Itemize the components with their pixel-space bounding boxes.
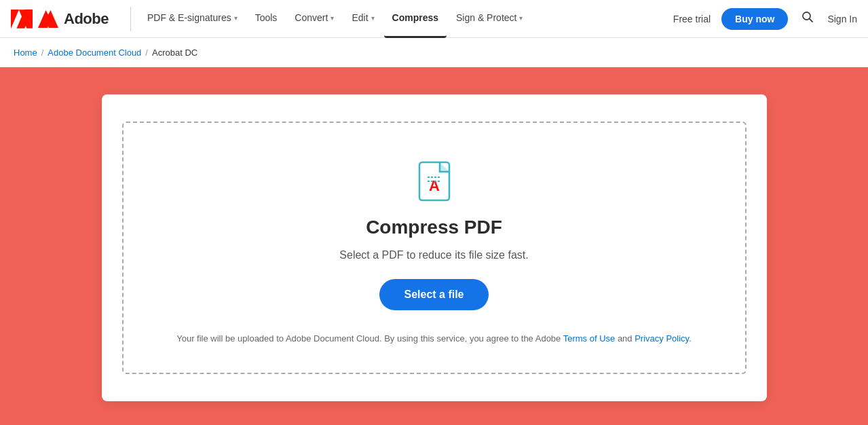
adobe-logo-svg bbox=[38, 10, 58, 28]
nav-tools[interactable]: Tools bbox=[247, 0, 286, 38]
breadcrumb-sep-2: / bbox=[145, 48, 148, 58]
search-icon-button[interactable] bbox=[799, 8, 816, 29]
breadcrumb-document-cloud[interactable]: Adobe Document Cloud bbox=[48, 48, 141, 58]
adobe-logo[interactable]: Adobe bbox=[11, 8, 109, 30]
compress-subtitle: Select a PDF to reduce its file size fas… bbox=[339, 249, 528, 261]
compress-title: Compress PDF bbox=[366, 217, 502, 238]
nav-items: PDF & E-signatures ▾ Tools Convert ▾ Edi… bbox=[139, 0, 673, 38]
adobe-wordmark: Adobe bbox=[64, 10, 109, 28]
svg-text:A: A bbox=[429, 177, 440, 194]
pdf-compress-icon: A bbox=[410, 157, 459, 206]
select-file-button[interactable]: Select a file bbox=[379, 279, 488, 310]
nav-right: Free trial Buy now Sign In bbox=[673, 8, 857, 30]
chevron-down-icon: ▾ bbox=[234, 14, 238, 22]
nav-convert[interactable]: Convert ▾ bbox=[286, 0, 342, 38]
search-icon bbox=[801, 11, 814, 23]
chevron-down-icon: ▾ bbox=[331, 14, 334, 22]
privacy-policy-link[interactable]: Privacy Policy bbox=[635, 333, 689, 344]
hero-card: A Compress PDF Select a PDF to reduce it… bbox=[102, 94, 767, 401]
nav-edit[interactable]: Edit ▾ bbox=[343, 0, 382, 38]
chevron-down-icon: ▾ bbox=[371, 14, 375, 22]
chevron-down-icon: ▾ bbox=[519, 14, 523, 22]
nav-sign-protect[interactable]: Sign & Protect ▾ bbox=[448, 0, 531, 38]
svg-line-7 bbox=[810, 19, 813, 22]
adobe-icon bbox=[11, 8, 33, 30]
nav-compress[interactable]: Compress bbox=[384, 0, 447, 38]
upload-disclaimer: Your file will be uploaded to Adobe Docu… bbox=[176, 332, 692, 346]
hero-section: A Compress PDF Select a PDF to reduce it… bbox=[0, 67, 868, 425]
terms-of-use-link[interactable]: Terms of Use bbox=[563, 333, 616, 344]
buy-now-button[interactable]: Buy now bbox=[721, 8, 788, 30]
navbar: Adobe PDF & E-signatures ▾ Tools Convert… bbox=[0, 0, 868, 38]
free-trial-link[interactable]: Free trial bbox=[673, 14, 711, 24]
breadcrumb: Home / Adobe Document Cloud / Acrobat DC bbox=[0, 38, 868, 67]
navbar-divider bbox=[130, 7, 131, 31]
breadcrumb-home[interactable]: Home bbox=[14, 48, 37, 58]
breadcrumb-sep-1: / bbox=[41, 48, 44, 58]
breadcrumb-current: Acrobat DC bbox=[152, 48, 197, 58]
upload-area[interactable]: A Compress PDF Select a PDF to reduce it… bbox=[122, 122, 747, 374]
nav-pdf-esignatures[interactable]: PDF & E-signatures ▾ bbox=[139, 0, 246, 38]
sign-in-link[interactable]: Sign In bbox=[827, 14, 857, 24]
